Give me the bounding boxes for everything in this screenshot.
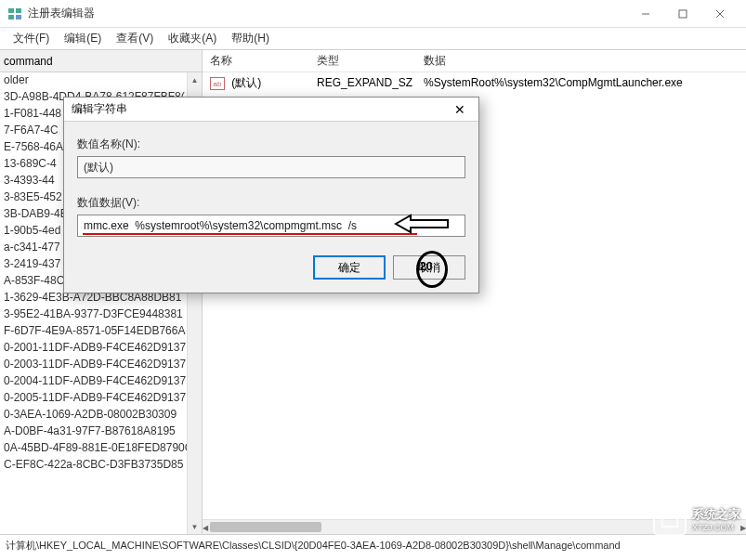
value-name-input[interactable] (77, 156, 465, 178)
edit-string-dialog: 编辑字符串 ✕ 数值名称(N): 数值数据(V): 确定 取消 (63, 97, 479, 293)
tree-item[interactable]: 0-2001-11DF-ADB9-F4CE462D9137 (0, 340, 202, 357)
window-titlebar: 注册表编辑器 (0, 0, 746, 28)
menu-edit[interactable]: 编辑(E) (57, 29, 109, 48)
watermark: 系统之家 XTZJ.COM (653, 502, 740, 536)
value-data-label: 数值数据(V): (77, 195, 465, 211)
list-header: 名称 类型 数据 (203, 50, 746, 72)
string-value-icon: ab (210, 77, 225, 90)
value-data: %SystemRoot%\system32\CompMgmtLauncher.e… (416, 74, 746, 91)
menu-help[interactable]: 帮助(H) (224, 29, 277, 48)
value-name: (默认) (231, 76, 261, 89)
dialog-titlebar[interactable]: 编辑字符串 ✕ (64, 98, 478, 122)
tree-item[interactable]: 0-2003-11DF-ADB9-F4CE462D9137 (0, 357, 202, 373)
dialog-close-button[interactable]: ✕ (445, 98, 475, 121)
menubar: 文件(F) 编辑(E) 查看(V) 收藏夹(A) 帮助(H) (0, 28, 746, 50)
value-name-label: 数值名称(N): (77, 137, 465, 152)
tree-item[interactable]: 0-3AEA-1069-A2DB-08002B30309 (0, 407, 202, 423)
tree-item[interactable]: 0-2005-11DF-ADB9-F4CE462D9137 (0, 390, 202, 407)
tree-item[interactable]: 3-95E2-41BA-9377-D3FCE9448381 (0, 306, 202, 323)
hscroll-thumb[interactable] (210, 522, 321, 532)
tree-item[interactable]: F-6D7F-4E9A-8571-05F14EDB766A (0, 323, 202, 340)
watermark-sub: XTZJ.COM (692, 523, 740, 532)
scroll-up-icon[interactable]: ▲ (188, 72, 202, 87)
tree-item[interactable]: 0A-45BD-4F89-881E-0E18FED8790C (0, 440, 202, 457)
value-row[interactable]: ab (默认) REG_EXPAND_SZ %SystemRoot%\syste… (203, 72, 746, 93)
svg-rect-3 (16, 15, 21, 20)
tree-item[interactable]: older (0, 72, 202, 89)
watermark-icon (653, 502, 687, 536)
tree-header-label: command (4, 55, 53, 68)
scroll-right-icon[interactable]: ▶ (740, 520, 746, 535)
svg-rect-5 (679, 10, 687, 18)
menu-file[interactable]: 文件(F) (6, 29, 57, 48)
dialog-body: 数值名称(N): 数值数据(V): (64, 122, 478, 248)
cancel-button[interactable]: 取消 (393, 255, 465, 280)
highlight-underline (83, 233, 417, 235)
ok-button[interactable]: 确定 (313, 255, 386, 280)
svg-rect-0 (8, 8, 14, 13)
scroll-down-icon[interactable]: ▼ (188, 519, 202, 534)
dialog-buttons: 确定 取消 (64, 248, 478, 293)
statusbar: 计算机\HKEY_LOCAL_MACHINE\SOFTWARE\Classes\… (0, 534, 746, 556)
tree-item[interactable]: 0-2004-11DF-ADB9-F4CE462D9137 (0, 373, 202, 390)
tree-item[interactable]: C-EF8C-422a-8CBC-D3FB3735D85 (0, 457, 202, 474)
app-icon (7, 7, 22, 21)
statusbar-path: 计算机\HKEY_LOCAL_MACHINE\SOFTWARE\Classes\… (6, 539, 621, 553)
svg-rect-1 (16, 8, 21, 13)
dialog-title: 编辑字符串 (68, 101, 445, 117)
menu-view[interactable]: 查看(V) (109, 29, 161, 48)
column-name[interactable]: 名称 (203, 50, 309, 72)
watermark-text: 系统之家 (692, 506, 740, 523)
close-button[interactable] (701, 1, 739, 27)
column-data[interactable]: 数据 (416, 50, 746, 72)
value-type: REG_EXPAND_SZ (309, 74, 416, 91)
maximize-button[interactable] (664, 1, 701, 27)
tree-item[interactable]: A-D0BF-4a31-97F7-B87618A8195 (0, 423, 202, 440)
svg-rect-2 (8, 15, 14, 20)
window-title: 注册表编辑器 (28, 6, 627, 21)
column-type[interactable]: 类型 (309, 50, 416, 72)
minimize-button[interactable] (627, 1, 664, 27)
menu-favorites[interactable]: 收藏夹(A) (161, 29, 224, 48)
value-name-cell: ab (默认) (203, 73, 309, 93)
window-controls (627, 1, 739, 27)
tree-header[interactable]: command (0, 50, 202, 72)
